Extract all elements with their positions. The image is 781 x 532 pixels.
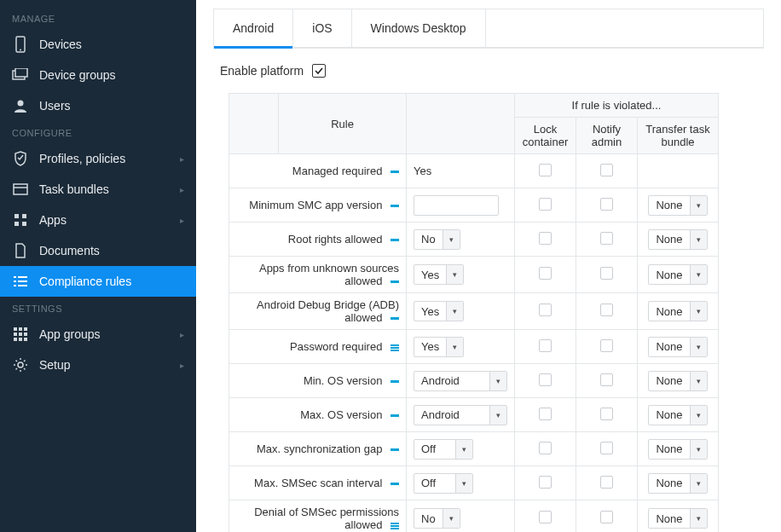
rule-marker-icon <box>390 280 399 283</box>
transfer-task-select[interactable]: None▾ <box>648 473 707 494</box>
sidebar-section-label: SETTINGS <box>0 297 196 319</box>
lock-container-cell <box>515 223 576 257</box>
lock-container-checkbox[interactable] <box>539 198 552 211</box>
lock-container-checkbox[interactable] <box>539 511 552 523</box>
notify-admin-checkbox[interactable] <box>600 476 613 489</box>
check-icon <box>314 66 324 76</box>
rule-marker-icon <box>390 414 399 417</box>
notify-admin-checkbox[interactable] <box>600 408 613 420</box>
notify-admin-checkbox[interactable] <box>600 442 613 454</box>
chevron-down-icon: ▾ <box>690 338 707 356</box>
rule-value-input[interactable] <box>414 195 499 216</box>
header-violated: If rule is violated... <box>515 94 719 118</box>
sidebar-item-documents[interactable]: Documents <box>0 235 196 266</box>
transfer-task-cell: None▾ <box>638 330 719 364</box>
transfer-task-cell: None▾ <box>638 500 719 533</box>
transfer-task-select[interactable]: None▾ <box>648 371 707 391</box>
rule-value-select[interactable]: Yes▾ <box>414 337 464 357</box>
transfer-task-cell: None▾ <box>638 188 719 223</box>
gear-icon <box>12 356 29 373</box>
transfer-task-cell: None▾ <box>638 364 719 398</box>
chevron-right-icon: ▸ <box>180 216 184 225</box>
notify-admin-checkbox[interactable] <box>600 339 613 352</box>
transfer-task-cell: None▾ <box>638 398 719 432</box>
transfer-task-select[interactable]: None▾ <box>648 439 707 460</box>
sidebar-item-label: App groups <box>39 327 180 341</box>
table-row: Root rights allowed No▾None▾ <box>229 223 719 257</box>
chevron-down-icon: ▾ <box>455 474 472 493</box>
enable-platform-checkbox[interactable] <box>312 64 326 78</box>
rule-name: Min. OS version <box>304 374 382 387</box>
sidebar-item-compliance-rules[interactable]: Compliance rules <box>0 266 196 297</box>
svg-point-1 <box>20 49 21 51</box>
rule-name-cell: Android Debug Bridge (ADB) allowed <box>229 293 407 330</box>
rule-value-select[interactable]: No▾ <box>414 229 460 250</box>
lock-container-checkbox[interactable] <box>539 339 552 352</box>
sidebar-section-label: MANAGE <box>0 7 196 29</box>
tab-android[interactable]: Android <box>214 9 293 47</box>
rule-value-select[interactable]: Off▾ <box>414 473 473 494</box>
rule-value-select[interactable]: Yes▾ <box>414 301 464 321</box>
transfer-task-select[interactable]: None▾ <box>648 405 707 425</box>
transfer-task-cell: None▾ <box>638 466 719 500</box>
sidebar-item-profiles-policies[interactable]: Profiles, policies▸ <box>0 143 196 174</box>
rule-value-text: Yes <box>414 165 431 177</box>
rule-value-cell: Yes <box>407 154 515 188</box>
lock-container-cell <box>515 330 576 364</box>
sidebar-item-app-groups[interactable]: App groups▸ <box>0 319 196 350</box>
notify-admin-checkbox[interactable] <box>600 304 613 316</box>
tab-windows[interactable]: Windows Desktop <box>352 9 486 47</box>
lock-container-checkbox[interactable] <box>539 476 552 489</box>
rule-value-cell: Android▾ <box>407 364 515 398</box>
rule-value-select[interactable]: Off▾ <box>414 439 473 460</box>
transfer-task-select[interactable]: None▾ <box>648 508 707 529</box>
smartphone-icon <box>12 36 29 53</box>
svg-rect-19 <box>24 327 27 331</box>
transfer-task-select[interactable]: None▾ <box>648 264 707 285</box>
notify-admin-checkbox[interactable] <box>600 373 613 386</box>
svg-rect-7 <box>14 214 19 218</box>
notify-admin-checkbox[interactable] <box>600 267 613 280</box>
transfer-task-select[interactable]: None▾ <box>648 229 707 250</box>
notify-admin-checkbox[interactable] <box>600 511 613 523</box>
lock-container-checkbox[interactable] <box>539 232 552 245</box>
rule-value-cell: Off▾ <box>407 432 515 466</box>
chevron-down-icon: ▾ <box>446 302 463 321</box>
header-rule-empty <box>229 94 279 154</box>
lock-container-checkbox[interactable] <box>539 267 552 280</box>
notify-admin-checkbox[interactable] <box>600 198 613 211</box>
notify-admin-cell <box>576 432 638 466</box>
transfer-task-select[interactable]: None▾ <box>648 301 707 321</box>
rule-value-select[interactable]: No▾ <box>414 508 460 529</box>
rule-value-text: Off <box>414 474 455 493</box>
rule-value-select[interactable]: Android▾ <box>414 371 507 391</box>
sidebar-item-task-bundles[interactable]: Task bundles▸ <box>0 174 196 205</box>
sidebar-item-setup[interactable]: Setup▸ <box>0 350 196 380</box>
transfer-task-cell: None▾ <box>638 293 719 330</box>
rule-value-text: Android <box>414 372 489 390</box>
lock-container-checkbox[interactable] <box>539 408 552 420</box>
grid2-icon <box>12 326 29 343</box>
rule-value-select[interactable]: Android▾ <box>414 405 507 425</box>
sidebar-item-label: Users <box>39 99 184 113</box>
chevron-down-icon: ▾ <box>489 372 506 390</box>
sidebar-item-device-groups[interactable]: Device groups <box>0 60 196 90</box>
sidebar-item-devices[interactable]: Devices <box>0 29 196 60</box>
lock-container-checkbox[interactable] <box>539 164 552 176</box>
rule-name-cell: Max. synchronization gap <box>229 432 407 466</box>
header-notify-admin: Notify admin <box>576 118 638 154</box>
tab-ios[interactable]: iOS <box>293 9 351 47</box>
notify-admin-checkbox[interactable] <box>600 232 613 245</box>
transfer-task-select[interactable]: None▾ <box>648 337 707 357</box>
sidebar-item-users[interactable]: Users <box>0 90 196 121</box>
sidebar-item-apps[interactable]: Apps▸ <box>0 205 196 235</box>
rule-marker-icon <box>390 448 399 451</box>
lock-container-checkbox[interactable] <box>539 442 552 454</box>
lock-container-checkbox[interactable] <box>539 304 552 316</box>
rule-value-select[interactable]: Yes▾ <box>414 264 464 285</box>
transfer-task-select[interactable]: None▾ <box>648 195 707 216</box>
lock-container-checkbox[interactable] <box>539 373 552 386</box>
notify-admin-checkbox[interactable] <box>600 164 613 176</box>
table-row: Max. OS version Android▾None▾ <box>229 398 719 432</box>
rules-table: Rule If rule is violated... Lock contain… <box>229 93 719 532</box>
